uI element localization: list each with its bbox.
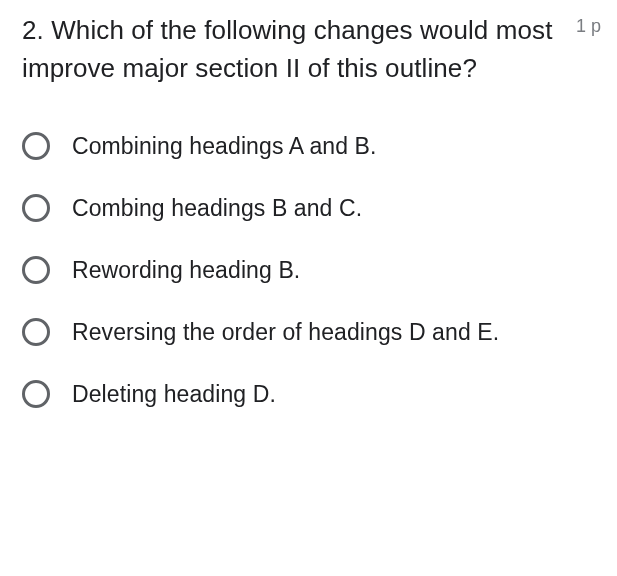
option-4[interactable]: Reversing the order of headings D and E. — [22, 301, 601, 363]
question-points: 1 p — [576, 16, 601, 37]
option-2[interactable]: Combing headings B and C. — [22, 177, 601, 239]
option-3[interactable]: Rewording heading B. — [22, 239, 601, 301]
option-label: Deleting heading D. — [72, 381, 276, 408]
radio-icon — [22, 318, 50, 346]
radio-icon — [22, 380, 50, 408]
option-label: Reversing the order of headings D and E. — [72, 319, 499, 346]
radio-icon — [22, 256, 50, 284]
question-text: 2. Which of the following changes would … — [22, 12, 560, 87]
option-1[interactable]: Combining headings A and B. — [22, 115, 601, 177]
radio-icon — [22, 194, 50, 222]
question-header: 2. Which of the following changes would … — [22, 12, 601, 87]
option-label: Combining headings A and B. — [72, 133, 376, 160]
options-group: Combining headings A and B. Combing head… — [22, 115, 601, 425]
radio-icon — [22, 132, 50, 160]
option-5[interactable]: Deleting heading D. — [22, 363, 601, 425]
option-label: Rewording heading B. — [72, 257, 300, 284]
option-label: Combing headings B and C. — [72, 195, 362, 222]
